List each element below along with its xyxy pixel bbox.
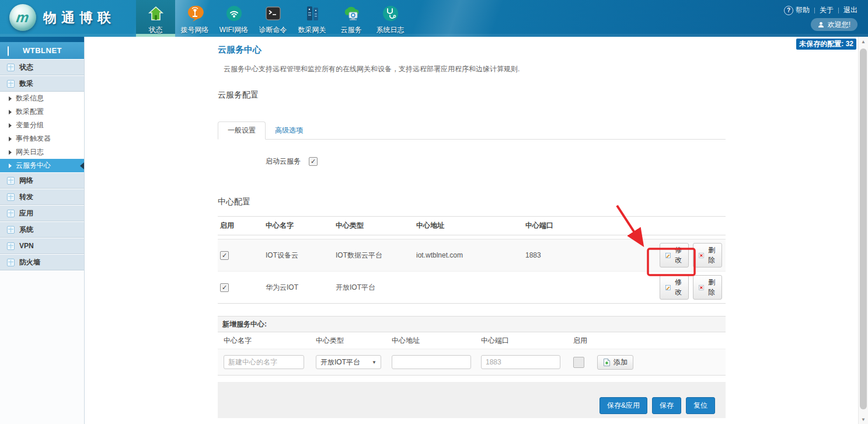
- center-type-select[interactable]: 开放IOT平台 ▼: [316, 355, 381, 369]
- scroll-down-icon[interactable]: ▼: [859, 415, 868, 424]
- delete-button[interactable]: 删除: [693, 275, 722, 300]
- chevron-down-icon: ▼: [372, 360, 377, 365]
- center-address-input[interactable]: [392, 355, 471, 369]
- tab-general-settings[interactable]: 一般设置: [218, 121, 266, 140]
- page-description: 云服务中心支持远程管理和监控所有的在线网关和设备，支持远程部署应用程序和边缘计算…: [224, 64, 726, 74]
- brand-title: 物通博联: [43, 9, 116, 27]
- logo-sphere-icon: m: [9, 4, 36, 31]
- col-center-name: 中心名字: [263, 217, 333, 235]
- about-link[interactable]: 关于: [820, 5, 834, 15]
- label-center-name: 中心名字: [218, 336, 316, 346]
- cell-center-type: 开放IOT平台: [333, 272, 414, 304]
- nav-item-diagnostic-command[interactable]: 诊断命令: [253, 0, 292, 37]
- sidebar-item-firewall[interactable]: 防火墙: [0, 254, 84, 270]
- center-port-input[interactable]: [481, 355, 560, 369]
- main-panel: 未保存的配置: 32 云服务中心 云服务中心支持远程管理和监控所有的在线网关和设…: [85, 37, 858, 424]
- top-nav: 状态 拨号网络 WIFI网络 诊断命令 数采网关: [136, 0, 410, 37]
- scroll-up-icon[interactable]: ▲: [859, 37, 868, 46]
- edit-button[interactable]: 修改: [660, 243, 689, 267]
- label-enabled: 启用: [573, 336, 726, 346]
- label-center-address: 中心地址: [392, 336, 481, 346]
- delete-button[interactable]: 删除: [693, 243, 722, 267]
- welcome-label: 欢迎您!: [828, 20, 850, 30]
- cell-center-address: [414, 272, 523, 304]
- save-and-apply-button[interactable]: 保存&应用: [599, 397, 647, 414]
- logo-glyph: m: [16, 11, 30, 25]
- sidebar-item-vpn[interactable]: VPN: [0, 238, 84, 254]
- nav-item-dial-network[interactable]: 拨号网络: [175, 0, 214, 37]
- sidebar-item-gateway-log[interactable]: 网关日志: [0, 145, 84, 159]
- save-button[interactable]: 保存: [652, 397, 681, 414]
- delete-icon: [699, 252, 704, 259]
- sidebar-item-event-trigger[interactable]: 事件触发器: [0, 132, 84, 145]
- spacer-row: [218, 235, 726, 239]
- scrollbar-thumb[interactable]: [860, 48, 867, 409]
- add-section-title: 新增服务中心:: [218, 317, 726, 332]
- nav-label: 状态: [149, 25, 163, 35]
- edit-icon: [665, 252, 671, 259]
- new-center-enabled-checkbox[interactable]: [573, 357, 584, 368]
- sidebar-item-application[interactable]: 应用: [0, 205, 84, 221]
- add-button[interactable]: 添加: [597, 355, 633, 370]
- edit-button-highlighted[interactable]: 修改: [660, 275, 689, 300]
- cloud-service-icon: [342, 3, 361, 24]
- brand-logo: m 物通博联: [9, 4, 116, 31]
- add-section-labels: 中心名字 中心类型 中心地址 中心端口 启用: [218, 332, 726, 349]
- gateway-icon: [304, 3, 321, 24]
- sidebar: WTBLNET 状态 数采 数采信息 数采配置 变量分组 事件触发器 网关日志 …: [0, 37, 85, 424]
- vertical-scrollbar[interactable]: ▲ ▼: [858, 37, 868, 424]
- cell-center-type: IOT数据云平台: [333, 239, 414, 272]
- app-header: m 物通博联 状态 拨号网络 WIFI网络 诊断命令: [0, 0, 868, 37]
- tab-advanced-options[interactable]: 高级选项: [266, 122, 312, 139]
- edit-icon: [665, 284, 671, 291]
- caret-right-icon: [9, 110, 12, 114]
- nav-item-system-log[interactable]: 系统日志: [371, 0, 410, 37]
- unsaved-config-badge: 未保存的配置: 32: [796, 39, 856, 50]
- enable-cloud-row: 启动云服务: [218, 157, 726, 166]
- col-center-type: 中心类型: [333, 217, 414, 235]
- sidebar-item-data-acquisition[interactable]: 数采: [0, 75, 84, 92]
- welcome-button[interactable]: 欢迎您!: [811, 18, 857, 31]
- settings-tabs: 一般设置 高级选项: [218, 121, 726, 140]
- nav-label: 拨号网络: [181, 25, 209, 35]
- cell-center-name: IOT设备云: [263, 239, 333, 272]
- nav-label: 云服务: [341, 25, 362, 35]
- help-icon: ?: [784, 6, 793, 15]
- nav-item-cloud-service[interactable]: 云服务: [332, 0, 371, 37]
- nav-item-wifi-network[interactable]: WIFI网络: [214, 0, 253, 37]
- sidebar-item-da-config[interactable]: 数采配置: [0, 105, 84, 119]
- sidebar-item-da-info[interactable]: 数采信息: [0, 92, 84, 105]
- nav-label: WIFI网络: [219, 25, 248, 35]
- help-link[interactable]: ?帮助: [784, 5, 810, 15]
- reset-button[interactable]: 复位: [686, 397, 715, 414]
- row-enabled-checkbox[interactable]: [220, 283, 229, 292]
- nav-item-status[interactable]: 状态: [136, 0, 175, 37]
- table-row: IOT设备云 IOT数据云平台 iot.wtblnet.com 1883 修改 …: [218, 239, 726, 272]
- grid-icon: [7, 80, 15, 88]
- terminal-icon: [265, 3, 281, 24]
- add-service-center-section: 新增服务中心: 中心名字 中心类型 中心地址 中心端口 启用 开放IOT平台 ▼: [218, 316, 726, 376]
- enable-cloud-label: 启动云服务: [266, 157, 301, 166]
- monitor-icon: [8, 47, 17, 54]
- page-content: 云服务中心 云服务中心支持远程管理和监控所有的在线网关和设备，支持远程部署应用程…: [218, 37, 726, 424]
- action-bar: 保存&应用 保存 复位: [218, 382, 726, 418]
- dial-network-icon: [186, 3, 204, 24]
- sidebar-item-variable-group[interactable]: 变量分组: [0, 119, 84, 132]
- user-icon: [818, 22, 824, 28]
- col-center-address: 中心地址: [414, 217, 523, 235]
- sidebar-item-network[interactable]: 网络: [0, 172, 84, 189]
- divider: [814, 8, 815, 13]
- wifi-icon: [225, 3, 243, 24]
- nav-item-data-gateway[interactable]: 数采网关: [292, 0, 332, 37]
- sidebar-item-status[interactable]: 状态: [0, 59, 84, 75]
- enable-cloud-checkbox[interactable]: [309, 157, 318, 166]
- caret-right-icon: [9, 123, 12, 128]
- add-page-icon: [603, 359, 611, 366]
- grid-icon: [7, 226, 15, 234]
- row-enabled-checkbox[interactable]: [220, 251, 229, 260]
- center-name-input[interactable]: [224, 355, 304, 369]
- sidebar-item-forwarding[interactable]: 转发: [0, 189, 84, 205]
- sidebar-item-cloud-service-center[interactable]: 云服务中心: [0, 159, 84, 172]
- logout-link[interactable]: 退出: [843, 5, 857, 15]
- sidebar-item-system[interactable]: 系统: [0, 221, 84, 238]
